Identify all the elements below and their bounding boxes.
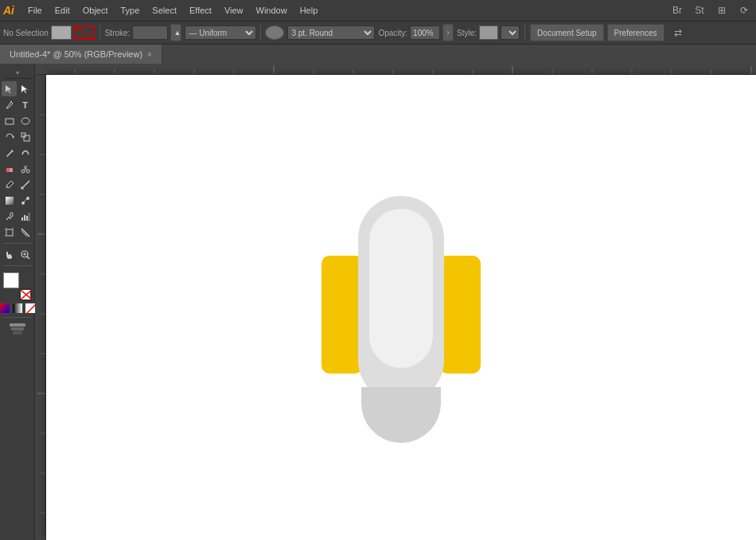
smooth-tool[interactable] bbox=[18, 145, 33, 160]
app-icons: Br St ⊞ ⟳ bbox=[668, 2, 753, 19]
tool-group-shape bbox=[2, 113, 33, 128]
graph-tool[interactable] bbox=[18, 209, 33, 224]
mic-body bbox=[358, 196, 444, 403]
style-label: Style: bbox=[457, 29, 477, 37]
document-tab[interactable]: Untitled-4* @ 50% (RGB/Preview) × bbox=[0, 45, 162, 64]
selection-section: No Selection bbox=[3, 25, 95, 40]
svg-point-3 bbox=[10, 101, 12, 103]
eraser-tool[interactable] bbox=[2, 161, 17, 176]
mic-assembly bbox=[321, 196, 481, 419]
stroke-weight-input[interactable] bbox=[132, 25, 168, 40]
stroke-profile-select[interactable]: — Uniform bbox=[185, 25, 256, 40]
menu-select[interactable]: Select bbox=[146, 4, 182, 17]
opacity-section: Opacity: › bbox=[378, 24, 454, 41]
gradient-tool[interactable] bbox=[2, 193, 17, 208]
zoom-tool[interactable] bbox=[18, 247, 33, 262]
layers-icon[interactable] bbox=[3, 321, 32, 337]
ruler-corner: ▾ bbox=[3, 67, 32, 79]
grid-icon[interactable]: ⊞ bbox=[713, 2, 731, 19]
measure-tool[interactable] bbox=[18, 177, 33, 192]
color-area bbox=[0, 272, 36, 314]
tool-group-draw: T bbox=[2, 97, 33, 112]
opacity-input[interactable] bbox=[410, 25, 440, 40]
preferences-button[interactable]: Preferences bbox=[607, 24, 664, 41]
stroke-indicator[interactable] bbox=[19, 288, 32, 301]
slice-tool[interactable] bbox=[18, 225, 33, 240]
fill-indicator[interactable] bbox=[3, 272, 19, 288]
svg-rect-7 bbox=[24, 135, 29, 141]
color-icon[interactable] bbox=[0, 303, 10, 314]
tool-divider-3 bbox=[3, 317, 32, 318]
scissors-tool[interactable] bbox=[18, 161, 33, 176]
tab-title: Untitled-4* @ 50% (RGB/Preview) bbox=[10, 49, 142, 59]
left-toolbar: ▾ T bbox=[0, 64, 35, 540]
blend-tool[interactable] bbox=[18, 193, 33, 208]
rectangle-tool[interactable] bbox=[2, 113, 17, 128]
arrange-icon[interactable]: ⇄ bbox=[669, 24, 687, 41]
menu-edit[interactable]: Edit bbox=[49, 4, 76, 17]
tool-group-artboard bbox=[2, 225, 33, 240]
tool-group-symbol bbox=[2, 209, 33, 224]
tab-close-btn[interactable]: × bbox=[147, 50, 152, 59]
menu-object[interactable]: Object bbox=[77, 4, 114, 17]
document-setup-button[interactable]: Document Setup bbox=[530, 24, 604, 41]
scale-tool[interactable] bbox=[18, 129, 33, 144]
stroke-color-indicator[interactable] bbox=[74, 25, 95, 40]
tool-group-eraser bbox=[2, 161, 33, 176]
artboard bbox=[46, 75, 756, 540]
opacity-more-btn[interactable]: › bbox=[442, 24, 454, 41]
menu-view[interactable]: View bbox=[219, 4, 249, 17]
illustration bbox=[321, 196, 481, 419]
tool-divider bbox=[3, 243, 32, 244]
variable-width-icon[interactable] bbox=[265, 25, 284, 40]
type-tool[interactable]: T bbox=[18, 97, 33, 112]
select-tool[interactable] bbox=[2, 81, 17, 96]
separator-1 bbox=[99, 25, 100, 41]
style-select[interactable] bbox=[501, 25, 520, 40]
stroke-up-btn[interactable]: ▲ bbox=[170, 24, 181, 41]
stroke-label: Stroke: bbox=[105, 29, 131, 37]
menu-help[interactable]: Help bbox=[294, 4, 324, 17]
svg-rect-18 bbox=[6, 197, 14, 205]
fill-color-swatch[interactable] bbox=[51, 25, 72, 40]
tool-group-pencil bbox=[2, 145, 33, 160]
svg-rect-10 bbox=[6, 168, 10, 172]
color-mode-icons bbox=[0, 303, 36, 314]
ellipse-tool[interactable] bbox=[18, 113, 33, 128]
svg-rect-25 bbox=[21, 217, 23, 221]
eyedropper-tool[interactable] bbox=[2, 177, 17, 192]
svg-point-5 bbox=[21, 118, 29, 124]
tool-group-gradient bbox=[2, 193, 33, 208]
brush-section: 3 pt. Round bbox=[287, 25, 375, 40]
menu-bar: Ai File Edit Object Type Select Effect V… bbox=[0, 0, 756, 21]
vertical-ruler bbox=[35, 75, 46, 540]
hand-tool[interactable] bbox=[2, 247, 17, 262]
artboard-tool[interactable] bbox=[2, 225, 17, 240]
sep3 bbox=[524, 25, 525, 41]
sync-icon[interactable]: ⟳ bbox=[735, 2, 753, 19]
right-arm bbox=[439, 256, 481, 374]
svg-line-37 bbox=[27, 256, 29, 259]
symbol-spray-tool[interactable] bbox=[2, 209, 17, 224]
canvas-area bbox=[35, 64, 756, 540]
none-icon[interactable] bbox=[25, 303, 36, 314]
menu-file[interactable]: File bbox=[22, 4, 48, 17]
pen-tool[interactable] bbox=[2, 97, 17, 112]
mic-stand bbox=[361, 387, 441, 443]
direct-select-tool[interactable] bbox=[18, 81, 33, 96]
menu-effect[interactable]: Effect bbox=[184, 4, 217, 17]
svg-rect-27 bbox=[26, 216, 28, 221]
stock-icon[interactable]: St bbox=[691, 2, 708, 19]
gradient-icon[interactable] bbox=[12, 303, 23, 314]
brush-select[interactable]: 3 pt. Round bbox=[287, 25, 375, 40]
main-layout: ▾ T bbox=[0, 64, 756, 540]
bridge-icon[interactable]: Br bbox=[668, 2, 686, 19]
menu-window[interactable]: Window bbox=[251, 4, 293, 17]
fill-stroke-area bbox=[3, 272, 32, 301]
rotate-tool[interactable] bbox=[2, 129, 17, 144]
menu-type[interactable]: Type bbox=[115, 4, 146, 17]
pencil-tool[interactable] bbox=[2, 145, 17, 160]
style-swatch[interactable] bbox=[479, 25, 498, 40]
horizontal-ruler bbox=[35, 64, 756, 75]
svg-rect-29 bbox=[6, 229, 13, 236]
